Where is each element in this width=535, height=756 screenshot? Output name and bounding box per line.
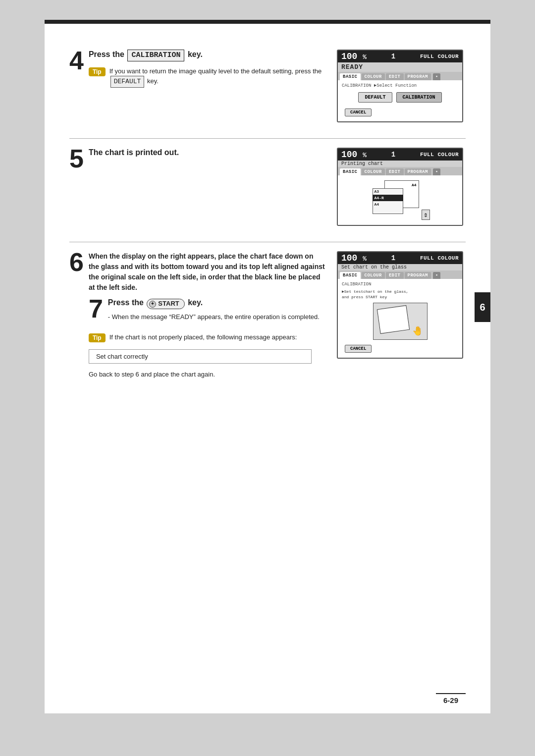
step4-screen-container: 100 % 1 FULL COLOUR READY BASIC COLOUR E… xyxy=(337,50,466,122)
paper-a4r: A4-R xyxy=(373,195,403,201)
tip2-text2: Go back to step 6 and place the chart ag… xyxy=(89,370,325,380)
start-circle: ✦ xyxy=(149,301,156,308)
screen6-tabs: BASIC COLOUR EDIT PROGRAM ▪ xyxy=(338,270,462,279)
screen4-header: 100 % 1 FULL COLOUR xyxy=(338,51,462,62)
step6-screen-container: 100 % 1 FULL COLOUR Set chart on the gla… xyxy=(337,251,466,359)
screen4-percent: 100 % xyxy=(341,52,367,61)
tab6-basic: BASIC xyxy=(340,272,361,279)
step4-tip: Tip If you want to return the image qual… xyxy=(89,66,325,88)
scanner-paper xyxy=(376,305,409,334)
tab6-icon: ▪ xyxy=(433,272,440,279)
default-btn: DEFAULT xyxy=(358,92,392,103)
screen6-cal: CALIBRATION xyxy=(342,282,458,287)
screen5-fc: FULL COLOUR xyxy=(420,152,459,158)
default-key: DEFAULT xyxy=(110,76,145,88)
tab-icon: ▪ xyxy=(433,73,440,80)
screen5-header: 100 % 1 FULL COLOUR xyxy=(338,149,462,161)
step6-content: When the display on the right appears, p… xyxy=(89,251,325,383)
tip2-badge: Tip xyxy=(89,333,106,342)
tab5-edit: EDIT xyxy=(386,168,404,175)
screen6-header: 100 % 1 FULL COLOUR xyxy=(338,252,462,264)
tab5-icon: ▪ xyxy=(433,168,440,175)
screen6-instr: ►Set testchart on the glass, and press S… xyxy=(342,289,458,300)
step5-left: 5 The chart is printed out. xyxy=(69,148,325,171)
step7-inline: 7 Press the ✦ START key. - When the mess… xyxy=(89,298,325,325)
step4-content: Press the CALIBRATION key. Tip If you wa… xyxy=(89,50,325,93)
paper-a3: A3 xyxy=(373,188,403,195)
step5-content: The chart is printed out. xyxy=(89,148,179,161)
screen6-num: 1 xyxy=(391,254,395,262)
tab-edit: EDIT xyxy=(386,73,404,80)
tip2-section: Tip If the chart is not properly placed,… xyxy=(89,332,325,380)
screen5-percent: 100 % xyxy=(341,150,367,160)
screen6-percent: 100 % xyxy=(341,253,367,263)
chapter-bar: 6 xyxy=(475,292,490,322)
tab5-program: PROGRAM xyxy=(405,168,431,175)
a4-label: A4 xyxy=(412,183,417,187)
step7-note: - When the message “READY” appears, the … xyxy=(108,312,320,323)
screen5-num: 1 xyxy=(391,151,395,159)
cancel-btn4: CANCEL xyxy=(345,108,372,116)
tab5-basic: BASIC xyxy=(340,168,361,175)
screen4-body: CALIBRATION ►Select Function DEFAULT CAL… xyxy=(338,80,462,121)
scanner-box: 🤚 xyxy=(373,303,428,340)
screen6-status: Set chart on the glass xyxy=(338,264,462,270)
tip2-text1: If the chart is not properly placed, the… xyxy=(109,332,297,342)
page-number: 6-29 xyxy=(436,693,466,704)
paper-a4: A4 xyxy=(373,201,403,208)
screen5-body: A4 A3 A4-R A4 ⇕ xyxy=(338,175,462,225)
top-bar xyxy=(45,20,490,24)
step4-section: 4 Press the CALIBRATION key. Tip If you … xyxy=(69,50,466,122)
screen6-body: CALIBRATION ►Set testchart on the glass,… xyxy=(338,279,462,358)
step7-content: Press the ✦ START key. - When the messag… xyxy=(108,298,320,325)
scanner-hand: 🤚 xyxy=(412,325,423,336)
tab6-edit: EDIT xyxy=(386,272,404,279)
step4-left: 4 Press the CALIBRATION key. Tip If you … xyxy=(69,50,325,93)
spinner-icon: ⇕ xyxy=(422,210,429,220)
tab6-colour: COLOUR xyxy=(362,272,385,279)
tip-badge: Tip xyxy=(89,67,106,76)
divider1 xyxy=(69,138,466,139)
screen5-status: Printing chart xyxy=(338,161,462,167)
screen4-num: 1 xyxy=(391,53,395,60)
step7-title: Press the ✦ START key. xyxy=(108,298,320,309)
step5-title: The chart is printed out. xyxy=(89,148,179,158)
screen6-cancel-row: CANCEL xyxy=(342,343,458,355)
screen4-status: READY xyxy=(338,62,462,72)
screen4-cal: CALIBRATION ►Select Function xyxy=(342,83,458,88)
step4-screen: 100 % 1 FULL COLOUR READY BASIC COLOUR E… xyxy=(337,50,463,122)
calibration-key: CALIBRATION xyxy=(127,50,184,61)
cancel-btn6: CANCEL xyxy=(345,345,372,353)
tab5-colour: COLOUR xyxy=(362,168,385,175)
step6-number: 6 xyxy=(69,249,84,275)
chart-box: Set chart correctly xyxy=(89,349,312,364)
step5-screen-container: 100 % 1 FULL COLOUR Printing chart BASIC… xyxy=(337,148,466,226)
tab-colour: COLOUR xyxy=(362,73,385,80)
start-key: ✦ START xyxy=(147,299,184,309)
tab-program: PROGRAM xyxy=(405,73,431,80)
screen6-fc: FULL COLOUR xyxy=(420,255,459,261)
step6-screen: 100 % 1 FULL COLOUR Set chart on the gla… xyxy=(337,251,463,359)
screen4-cancel-row: CANCEL xyxy=(342,107,458,118)
tab-basic: BASIC xyxy=(340,73,361,80)
divider2 xyxy=(69,242,466,242)
step4-title: Press the CALIBRATION key. xyxy=(89,50,325,61)
step5-section: 5 The chart is printed out. 100 % 1 FULL… xyxy=(69,148,466,226)
page: 6 4 Press the CALIBRATION key. Tip If yo… xyxy=(45,20,490,713)
screen4-tabs: BASIC COLOUR EDIT PROGRAM ▪ xyxy=(338,72,462,80)
paper-list: A3 A4-R A4 xyxy=(373,188,403,208)
tip2-box: Tip If the chart is not properly placed,… xyxy=(89,332,325,342)
paper-illustration: A4 A3 A4-R A4 ⇕ xyxy=(371,180,430,220)
screen4-btns: DEFAULT CALIBRATION xyxy=(342,92,458,103)
step7-number: 7 xyxy=(89,296,103,322)
step5-screen: 100 % 1 FULL COLOUR Printing chart BASIC… xyxy=(337,148,463,226)
screen5-tabs: BASIC COLOUR EDIT PROGRAM ▪ xyxy=(338,167,462,175)
step6-left: 6 When the display on the right appears,… xyxy=(69,251,325,383)
scanner-illustration: 🤚 xyxy=(342,300,458,343)
step5-number: 5 xyxy=(69,146,84,171)
tab6-program: PROGRAM xyxy=(405,272,431,279)
tip-text: If you want to return the image quality … xyxy=(109,66,325,88)
step6-title: When the display on the right appears, p… xyxy=(89,251,325,293)
step6-section: 6 When the display on the right appears,… xyxy=(69,251,466,383)
screen4-fc: FULL COLOUR xyxy=(420,54,459,59)
